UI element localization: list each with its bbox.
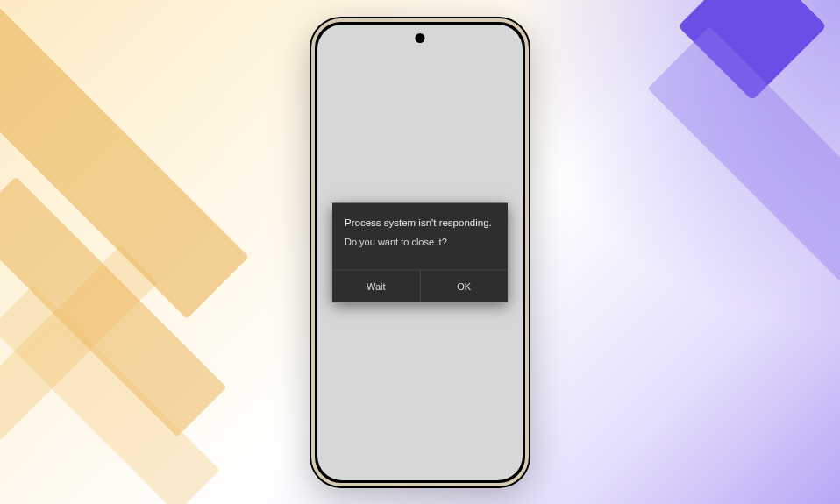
phone-screen: Process system isn't responding. Do you … xyxy=(317,25,523,480)
dialog-message: Do you want to close it? xyxy=(345,236,495,246)
phone-camera-icon xyxy=(416,33,425,43)
system-dialog: Process system isn't responding. Do you … xyxy=(332,202,508,302)
dialog-button-row: Wait OK xyxy=(332,269,508,302)
ok-button[interactable]: OK xyxy=(421,270,509,302)
dialog-title: Process system isn't responding. xyxy=(345,217,495,227)
wait-button[interactable]: Wait xyxy=(332,270,421,302)
dialog-body: Process system isn't responding. Do you … xyxy=(332,202,508,259)
phone-mockup: Process system isn't responding. Do you … xyxy=(310,17,530,488)
